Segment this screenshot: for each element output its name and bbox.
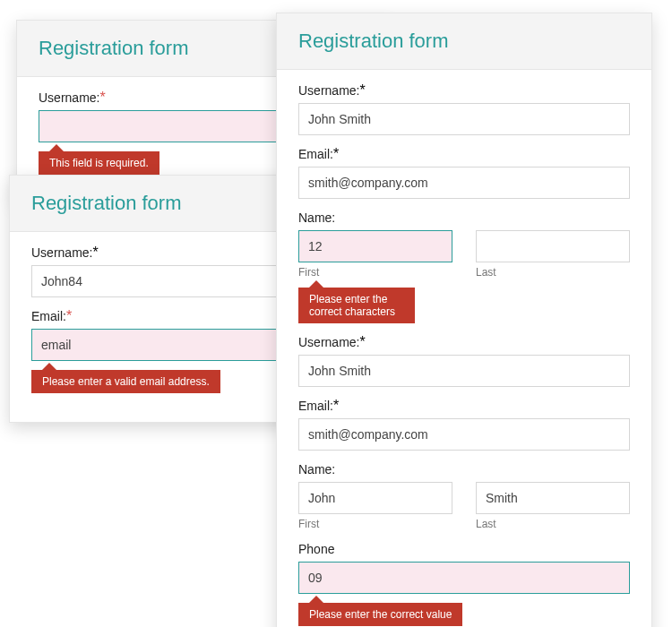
username-label: Username: — [31, 245, 92, 260]
first-name-col: First Please enter the correct character… — [298, 230, 452, 323]
required-marker: * — [333, 146, 339, 161]
error-tooltip: Please enter a valid email address. — [31, 370, 220, 393]
email-label: Email: — [298, 399, 333, 413]
name-row: First Please enter the correct character… — [298, 230, 630, 323]
name-row: First Last — [298, 482, 630, 530]
card-header: Registration form — [277, 13, 651, 70]
name-label: Name: — [298, 210, 335, 225]
username-label: Username: — [298, 335, 359, 349]
name-label: Name: — [298, 462, 335, 477]
name-field: Name: First Last — [298, 461, 630, 530]
card-title: Registration form — [298, 30, 630, 53]
error-tooltip: Please enter the correct characters — [298, 288, 415, 323]
username-field: Username:* — [298, 82, 630, 135]
last-sublabel: Last — [476, 518, 630, 530]
required-marker: * — [333, 398, 339, 413]
first-sublabel: First — [298, 266, 452, 279]
required-marker: * — [66, 308, 72, 323]
form-card-name-phone-errors: Registration form Username:* Email:* Nam… — [276, 13, 652, 627]
required-marker: * — [359, 82, 365, 98]
phone-field: Phone Please enter the correct value — [298, 541, 630, 626]
first-name-input[interactable] — [298, 230, 452, 262]
required-marker: * — [359, 334, 365, 349]
email-label: Email: — [298, 147, 333, 161]
email-input[interactable] — [298, 418, 630, 451]
last-sublabel: Last — [476, 266, 630, 279]
email-input[interactable] — [298, 167, 630, 199]
username-input[interactable] — [298, 103, 630, 135]
error-tooltip: This field is required. — [39, 151, 159, 175]
first-name-col: First — [298, 482, 452, 530]
last-name-input[interactable] — [476, 230, 630, 262]
card-body: Username:* Email:* Name: First Please en… — [277, 70, 651, 627]
first-name-input[interactable] — [298, 482, 452, 514]
email-label: Email: — [31, 309, 66, 323]
first-sublabel: First — [298, 518, 452, 530]
last-name-col: Last — [476, 230, 630, 323]
email-field: Email:* — [298, 398, 630, 451]
email-field: Email:* — [298, 146, 630, 199]
required-marker: * — [99, 90, 105, 105]
name-field: Name: First Please enter the correct cha… — [298, 210, 630, 323]
phone-label: Phone — [298, 542, 334, 556]
error-tooltip: Please enter the correct value — [298, 603, 462, 626]
username-input[interactable] — [298, 355, 630, 387]
username-label: Username: — [39, 90, 99, 105]
username-field: Username:* — [298, 334, 630, 387]
required-marker: * — [92, 245, 98, 260]
username-label: Username: — [298, 83, 359, 98]
phone-input[interactable] — [298, 562, 630, 594]
last-name-input[interactable] — [476, 482, 630, 514]
last-name-col: Last — [476, 482, 630, 530]
